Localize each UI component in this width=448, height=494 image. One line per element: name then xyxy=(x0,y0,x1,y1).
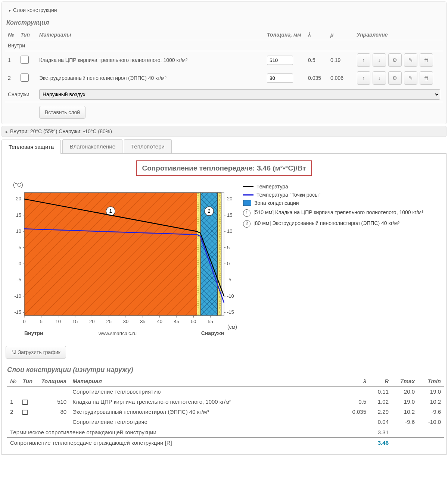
col-thickness: Толщина, мм xyxy=(264,29,305,40)
svg-text:15: 15 xyxy=(16,212,21,218)
thickness-input[interactable] xyxy=(267,74,293,83)
svg-text:10: 10 xyxy=(227,228,232,234)
lambda-value: 0.035 xyxy=(305,69,327,87)
delete-button[interactable]: 🗑 xyxy=(420,71,433,85)
svg-text:-5: -5 xyxy=(227,277,231,282)
delete-button[interactable]: 🗑 xyxy=(420,53,433,67)
outside-select[interactable]: Наружный воздух xyxy=(39,89,440,100)
move-down-button[interactable]: ↓ xyxy=(373,71,386,85)
tabs: Тепловая защита Влагонакопление Теплопот… xyxy=(1,139,447,154)
legend-layer-2: 2 [80 мм] Экструдированный пенополистиро… xyxy=(243,220,442,228)
svg-text:20: 20 xyxy=(16,196,21,201)
svg-text:30: 30 xyxy=(123,319,128,324)
results-title: Слои конструкции (изнутри наружу) xyxy=(7,366,441,374)
circled-2-icon: 2 xyxy=(243,220,251,228)
svg-text:25: 25 xyxy=(106,319,111,324)
box-icon xyxy=(243,200,251,206)
edit-button[interactable]: ✎ xyxy=(404,53,417,67)
material-name: Экструдированный пенополистирол (ЭППС) 4… xyxy=(36,69,264,87)
svg-text:5: 5 xyxy=(227,245,230,250)
mu-value: 0.006 xyxy=(327,69,354,87)
svg-text:-15: -15 xyxy=(227,309,234,315)
conditions-title: Внутри: 20°C (55%) Снаружи: -10°C (80%) xyxy=(10,128,112,134)
insert-layer-button[interactable]: Вставить слой xyxy=(39,106,85,119)
section-layers-header[interactable]: Слои конструкции xyxy=(5,5,443,15)
svg-rect-27 xyxy=(218,193,221,316)
legend-dewpoint: Температура "Точки росы" xyxy=(243,192,442,198)
lambda-value: 0.5 xyxy=(305,51,327,69)
layers-table: № Тип Материалы Толщина, мм λ μ Управлен… xyxy=(5,29,443,121)
construction-subtitle: Конструкция xyxy=(6,19,443,26)
svg-text:-10: -10 xyxy=(227,293,234,299)
edit-button[interactable]: ✎ xyxy=(404,71,417,85)
svg-text:0: 0 xyxy=(227,261,230,266)
tab-content: Сопротивление теплопередаче: 3.46 (м²•°С… xyxy=(1,154,447,455)
line-icon xyxy=(243,194,253,196)
outside-label: Снаружи xyxy=(5,87,36,102)
line-icon xyxy=(243,186,253,187)
col-controls: Управление xyxy=(354,29,443,40)
legend-temperature: Температура xyxy=(243,184,442,190)
chevron-right-icon xyxy=(6,128,8,134)
svg-text:35: 35 xyxy=(140,319,145,324)
col-lambda: λ xyxy=(305,29,327,40)
layer-type-checkbox[interactable] xyxy=(21,56,29,64)
tab-thermal[interactable]: Тепловая защита xyxy=(1,140,61,154)
move-down-button[interactable]: ↓ xyxy=(373,53,386,67)
svg-text:5: 5 xyxy=(19,245,21,250)
settings-button[interactable]: ⚙ xyxy=(388,71,402,85)
col-materials: Материалы xyxy=(36,29,264,40)
layer-row: 2 Экструдированный пенополистирол (ЭППС)… xyxy=(5,69,443,87)
settings-button[interactable]: ⚙ xyxy=(388,53,402,67)
section-layers-title: Слои конструкции xyxy=(13,7,57,13)
mu-value: 0.19 xyxy=(327,51,354,69)
svg-text:45: 45 xyxy=(174,319,179,324)
row-num: 1 xyxy=(5,51,18,69)
svg-text:1: 1 xyxy=(109,208,112,214)
svg-text:-5: -5 xyxy=(17,277,21,282)
layer-row: 1 Кладка на ЦПР кирпича трепельного полн… xyxy=(5,51,443,69)
resistance-banner: Сопротивление теплопередаче: 3.46 (м²•°С… xyxy=(136,160,312,176)
move-up-button[interactable]: ↑ xyxy=(357,71,370,85)
svg-text:20: 20 xyxy=(89,319,94,324)
thickness-input[interactable] xyxy=(267,56,293,65)
tab-moisture[interactable]: Влагонакопление xyxy=(62,139,122,153)
material-name: Кладка на ЦПР кирпича трепельного полнот… xyxy=(36,51,264,69)
circled-1-icon: 1 xyxy=(243,209,251,217)
y-axis-label: (°C) xyxy=(13,181,23,188)
svg-text:20: 20 xyxy=(227,196,232,201)
download-chart-button[interactable]: 🖫 Загрузить график xyxy=(6,346,66,359)
svg-text:50: 50 xyxy=(191,319,196,324)
result-row: 1510Кладка на ЦПР кирпича трепельного по… xyxy=(7,397,444,407)
chevron-down-icon xyxy=(9,7,11,13)
col-type: Тип xyxy=(18,29,36,40)
svg-text:-15: -15 xyxy=(14,309,21,315)
download-icon: 🖫 xyxy=(11,349,16,355)
svg-text:0: 0 xyxy=(23,319,25,324)
legend-condensation: Зона конденсации xyxy=(243,200,442,206)
svg-text:55: 55 xyxy=(208,319,213,324)
results-table: № Тип Толщина Материал λ R Tmax Tmin Соп… xyxy=(7,376,444,448)
result-row: 280Экструдированный пенополистирол (ЭППС… xyxy=(7,407,444,417)
svg-text:10: 10 xyxy=(16,228,21,234)
svg-text:15: 15 xyxy=(227,212,232,218)
svg-text:10: 10 xyxy=(55,319,60,324)
svg-text:0: 0 xyxy=(19,261,21,266)
thermal-chart: (°C) -15-10-505101520 1 2 05101520253035… xyxy=(6,181,237,338)
row-num: 2 xyxy=(5,69,18,87)
svg-text:40: 40 xyxy=(157,319,162,324)
legend-layer-1: 1 [510 мм] Кладка на ЦПР кирпича трепель… xyxy=(243,209,442,217)
svg-text:www.smartcalc.ru: www.smartcalc.ru xyxy=(98,331,137,336)
move-up-button[interactable]: ↑ xyxy=(357,53,370,67)
layer-type-checkbox[interactable] xyxy=(21,74,29,82)
col-mu: μ xyxy=(327,29,354,40)
tab-heatloss[interactable]: Теплопотери xyxy=(124,139,172,153)
svg-text:Снаружи: Снаружи xyxy=(201,330,224,336)
svg-rect-25 xyxy=(197,193,200,316)
section-conditions-header[interactable]: Внутри: 20°C (55%) Снаружи: -10°C (80%) xyxy=(1,126,447,137)
result-row: Сопротивление тепловосприятию 0.1120.019… xyxy=(7,387,444,397)
svg-text:(см): (см) xyxy=(227,324,237,330)
col-num: № xyxy=(5,29,18,40)
svg-text:2: 2 xyxy=(208,208,211,214)
svg-text:Внутри: Внутри xyxy=(24,330,43,336)
